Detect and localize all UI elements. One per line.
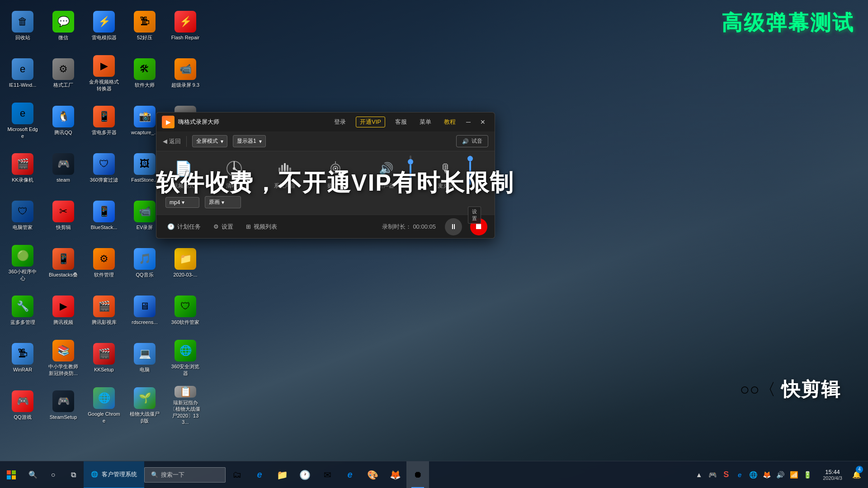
desktop-icon-geshicf[interactable]: ⚙格式工厂 [45,52,81,95]
video-list-button[interactable]: ⊞ 视频列表 [242,221,281,233]
taskbar-app-folder[interactable]: 📁 [271,461,293,488]
desktop-icon-pandemic[interactable]: 📋瑞新冠指办〔植物大战僵尸2020〕133... [167,384,203,427]
task-icon: 🕐 [167,223,175,230]
search-button[interactable]: 🔍 [23,461,43,488]
taskbar-app-email[interactable]: ✉ [316,461,339,488]
display-select[interactable]: 显示器1 ▾ [233,135,266,147]
close-button[interactable]: ✕ [476,116,489,128]
desktop-icon-kksetup[interactable]: 🎬KKSetup [86,337,122,380]
desktop-icon-ie[interactable]: eIE11-Wind... [5,52,41,95]
desktop-icon-wechat[interactable]: 💬微信 [45,5,81,47]
desktop-icon-qqgame[interactable]: 🎮QQ游戏 [5,384,41,427]
menu-service[interactable]: 客服 [392,116,410,128]
minimize-button[interactable]: ─ [462,116,475,128]
desktop-icon-kk[interactable]: 🎬KK录像机 [5,147,41,190]
pause-button[interactable]: ⏸ [445,218,462,235]
recorder-toolbar: ◀ 返回 全屏模式 ▾ 显示器1 ▾ 🔊 试音 [156,131,495,151]
tray-expand[interactable]: ▲ [693,469,705,481]
taskbar-app-media[interactable]: 🎨 [361,461,384,488]
start-button[interactable] [0,461,23,488]
desktop-icon-mypc[interactable]: 💻电脑 [127,337,163,380]
desktop-icon-img-52haozip: 🗜 [134,11,156,33]
settings-button[interactable]: ⚙ 设置 [210,221,237,233]
desktop-icon-chaolu[interactable]: 📹超级录屏 9.3 [167,52,203,95]
tray-s[interactable]: S [720,469,732,481]
desktop-icon-recycle[interactable]: 🗑回收站 [5,5,41,47]
desktop-icon-360danmu[interactable]: 🛡360弹窗过滤 [86,147,122,190]
taskbar-app-ie[interactable]: e [248,461,271,488]
desktop-icon-winrar[interactable]: 🗜WinRAR [5,337,41,380]
taskbar-search-field[interactable]: 🔍 搜索一下 [144,467,226,483]
desktop-icon-softmgr[interactable]: ⚙软件管理 [86,242,122,285]
desktop-icon-ldmulti[interactable]: 📱雷电多开器 [86,99,122,142]
desktop-icon-label-jinshu: 金舟视频格式转换器 [88,79,120,92]
taskbar-app-explorer[interactable]: 🗂 [226,461,248,488]
desktop-icon-bluestack[interactable]: 📱BlueStack... [86,194,122,237]
menu-tutorial[interactable]: 教程 [441,116,458,128]
desktop-icon-img-chrome: 🌐 [93,387,115,409]
test-audio-button[interactable]: 🔊 试音 [456,135,488,147]
desktop-icon-ldplayer[interactable]: ⚡雷电模拟器 [86,5,122,47]
taskbar-app-history[interactable]: 🕐 [293,461,316,488]
desktop-icon-tencent-v[interactable]: ▶腾讯视频 [45,289,81,332]
back-button[interactable]: ◀ 返回 [163,137,181,145]
desktop-icon-label-bluestack: BlueStack... [91,224,118,230]
top-right-overlay-text: 高级弹幕测试 [722,9,854,37]
desktop-icon-steamsetup[interactable]: 🎮SteamSetup [45,384,81,427]
desktop-icon-kuai[interactable]: ✂快剪辑 [45,194,81,237]
menu-login[interactable]: 登录 [331,116,349,128]
taskbar-app-recorder[interactable]: ⏺ [406,461,429,488]
tray-volume[interactable]: 🔊 [774,469,787,481]
tray-network[interactable]: 🌐 [747,469,760,481]
tray-wifi[interactable]: 📶 [788,469,800,481]
desktop-icon-steam[interactable]: 🎮steam [45,147,81,190]
desktop-icon-label-geshicf: 格式工厂 [53,82,73,88]
desktop-icon-img-kksetup: 🎬 [93,343,115,365]
tray-ie[interactable]: e [733,469,746,481]
taskbar-app-ie2[interactable]: e [339,461,361,488]
mode-select[interactable]: 全屏模式 ▾ [192,135,227,147]
desktop-icon-flash[interactable]: ⚡Flash Repair [167,5,203,47]
desktop-icon-360mgr[interactable]: 🛡360软件管家 [167,289,203,332]
desktop-icon-360browser[interactable]: 🌐360安全浏览器 [167,337,203,380]
desktop-icon-img-qqgame: 🎮 [12,390,33,412]
desktop-icon-label-wcapture: wcapture_... [131,129,158,136]
desktop-icon-label-steamsetup: SteamSetup [50,414,77,420]
desktop-icon-landu[interactable]: 🔧蓝多多管理 [5,289,41,332]
desktop-icon-rdscreen[interactable]: 🖥rdscreens... [127,289,163,332]
menu-menu[interactable]: 菜单 [417,116,434,128]
desktop-icon-chrome[interactable]: 🌐Google Chrome [86,384,122,427]
desktop-icon-edge[interactable]: eMicrosoft Edge [5,99,41,142]
watermark-button[interactable]: 设置 [468,206,481,224]
desktop-icon-label-softmgr: 软件管理 [94,272,114,278]
active-app-client-mgmt[interactable]: 🌐 客户管理系统 [84,461,144,488]
desktop-icon-qqmusic[interactable]: 🎵QQ音乐 [127,242,163,285]
desktop-icon-qq[interactable]: 🐧腾讯QQ [45,99,81,142]
desktop-icon-52haozip[interactable]: 🗜52好压 [127,5,163,47]
desktop-icon-school[interactable]: 📚中小学生教师新冠肺炎防... [45,337,81,380]
clock[interactable]: 15:44 2020/4/3 [817,461,848,488]
desktop-icon-360mini[interactable]: 🟢360小程序中心 [5,242,41,285]
task-view-button[interactable]: ⧉ [63,461,84,488]
video-list-label: 视频列表 [254,223,277,231]
taskbar-pinned-apps: 🗂 e 📁 🕐 ✉ e 🎨 🦊 ⏺ [226,461,429,488]
task-button[interactable]: 🕐 计划任务 [164,221,204,233]
tray-game[interactable]: 🎮 [706,469,719,481]
tray-battery[interactable]: 🔋 [801,469,814,481]
desktop-icon-jinshu[interactable]: ▶金舟视频格式转换器 [86,52,122,95]
desktop-icon-tencent-vi[interactable]: 🎬腾讯影视库 [86,289,122,332]
desktop-icon-bluestacks2[interactable]: 📱Bluestacks叠 [45,242,81,285]
taskbar-app-firefox[interactable]: 🦊 [384,461,406,488]
desktop-icon-pcguard[interactable]: 🛡电脑管家 [5,194,41,237]
desktop-icon-software[interactable]: 🛠软件大师 [127,52,163,95]
desktop-icon-img-flash: ⚡ [175,11,196,33]
menu-vip[interactable]: 开通VIP [356,117,385,127]
tray-firefox2[interactable]: 🦊 [760,469,773,481]
desktop: 高级弹幕测试 ○○〈 快剪辑 🗑回收站💬微信⚡雷电模拟器🗜52好压⚡Flash … [0,0,868,461]
desktop-icon-plantsvs[interactable]: 🌱植物大战僵尸β版 [127,384,163,427]
cortana-button[interactable]: ○ [43,461,63,488]
overlay-text: 软件收费，不开通VIP有时长限制 [156,167,868,199]
desktop-icon-label-ev: EV录屏 [137,224,153,230]
notification-center[interactable]: 🔔 4 [848,461,866,488]
desktop-icon-folder2020[interactable]: 📁2020-03-... [167,242,203,285]
